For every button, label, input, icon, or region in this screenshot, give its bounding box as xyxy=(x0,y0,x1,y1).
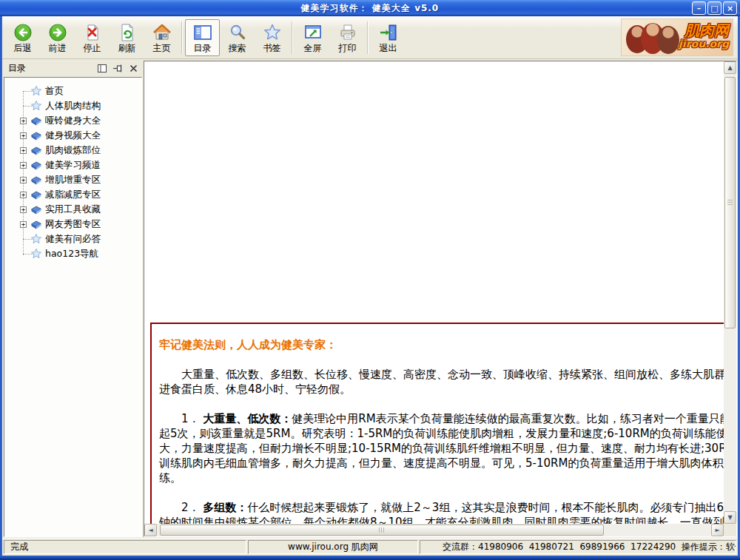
sidebar-item-muscle-parts[interactable]: + 肌肉锻炼部位 xyxy=(7,143,140,158)
expand-icon[interactable]: + xyxy=(20,177,27,183)
sidebar-header: 目录 xyxy=(4,61,142,76)
logo-site-name: 肌肉网 xyxy=(679,22,729,38)
horizontal-scrollbar[interactable]: ◄ ► xyxy=(144,524,724,536)
status-text: 完成 xyxy=(4,540,246,554)
article-paragraph-1: 1． 大重量、低次数：健美理论中用RM表示某个负荷量能连续做的最高重复次数。比如… xyxy=(159,411,724,485)
split-window-icon[interactable] xyxy=(98,64,107,72)
stop-icon xyxy=(83,23,102,42)
sidebar-item-learn-channel[interactable]: + 健美学习频道 xyxy=(7,158,140,172)
scrollbar-corner xyxy=(724,524,736,536)
expand-icon[interactable]: + xyxy=(20,162,27,169)
article-box: 牢记健美法则，人人成为健美专家： 大重量、低次数、多组数、长位移、慢速度、高密度… xyxy=(150,323,724,524)
book-icon xyxy=(30,159,42,173)
expand-icon[interactable]: + xyxy=(20,221,27,228)
expand-icon[interactable]: + xyxy=(20,147,27,154)
exit-button[interactable]: 退出 xyxy=(371,19,406,56)
article-heading: 牢记健美法则，人人成为健美专家： xyxy=(159,337,724,352)
back-icon xyxy=(13,23,33,42)
star-icon xyxy=(30,248,42,262)
document: 牢记健美法则，人人成为健美专家： 大重量、低次数、多组数、长位移、慢速度、高密度… xyxy=(144,61,724,524)
maximize-button[interactable]: □ xyxy=(707,1,722,15)
home-button[interactable]: 主页 xyxy=(144,19,179,56)
sidebar-item-videos[interactable]: + 健身视频大全 xyxy=(7,128,140,143)
toc-tree: 首页 人体肌肉结构 + 哑铃健身大全 + xyxy=(4,77,142,537)
book-icon xyxy=(30,144,42,158)
toolbar-separator xyxy=(367,21,369,54)
vertical-scrollbar[interactable]: ▲ ▼ xyxy=(724,61,736,524)
article-paragraph-2: 2． 多组数：什么时候想起来要锻炼了，就做上2～3组，这其实是浪费时间，根本不能… xyxy=(159,500,724,524)
sidebar-item-user-photos[interactable]: + 网友秀图专区 xyxy=(7,217,140,232)
scroll-left-icon[interactable]: ◄ xyxy=(144,524,157,536)
expand-icon[interactable]: + xyxy=(20,206,27,213)
book-icon xyxy=(30,174,42,188)
sidebar-item-gain-mass[interactable]: + 增肌增重专区 xyxy=(7,172,140,187)
app-window: 健美学习软件： 健美大全 v5.0 – □ × 后退 前进 停止 xyxy=(0,0,740,560)
sidebar: 目录 首页 xyxy=(4,61,142,537)
main-area: 目录 首页 xyxy=(2,59,738,538)
site-logo-banner[interactable]: 肌肉网 jirou.org xyxy=(621,18,733,56)
forward-icon xyxy=(48,23,67,42)
sidebar-title: 目录 xyxy=(8,62,98,75)
sidebar-item-fat-loss[interactable]: + 减脂减肥专区 xyxy=(7,187,140,202)
toc-button[interactable]: 目录 xyxy=(185,19,220,56)
scroll-down-icon[interactable]: ▼ xyxy=(724,511,736,524)
content-panel: 牢记健美法则，人人成为健美专家： 大重量、低次数、多组数、长位移、慢速度、高密度… xyxy=(144,61,737,537)
toc-icon xyxy=(193,23,212,42)
vertical-scrollbar-thumb[interactable] xyxy=(724,77,736,328)
fullscreen-button[interactable]: 全屏 xyxy=(295,19,330,56)
pin-icon[interactable] xyxy=(113,64,123,72)
close-button[interactable]: × xyxy=(723,1,737,15)
document-viewport[interactable]: 牢记健美法则，人人成为健美专家： 大重量、低次数、多组数、长位移、慢速度、高密度… xyxy=(144,61,724,524)
star-icon xyxy=(30,85,42,99)
scroll-right-icon[interactable]: ► xyxy=(711,524,724,536)
book-icon xyxy=(30,218,42,232)
horizontal-scrollbar-thumb[interactable] xyxy=(160,524,604,536)
home-icon xyxy=(152,23,172,42)
expand-icon[interactable]: + xyxy=(20,118,27,124)
toolbar: 后退 前进 停止 刷新 主页 xyxy=(2,16,738,59)
expand-icon[interactable]: + xyxy=(20,192,27,198)
exit-icon xyxy=(379,23,398,42)
window-title: 健美学习软件： 健美大全 v5.0 xyxy=(301,2,439,15)
search-button[interactable]: 搜索 xyxy=(220,19,255,56)
sidebar-item-tools[interactable]: + 实用工具收藏 xyxy=(7,202,140,217)
bookmark-icon xyxy=(263,23,282,42)
book-icon xyxy=(30,129,42,144)
bookmark-button[interactable]: 书签 xyxy=(255,19,289,56)
logo-figure-art xyxy=(657,26,679,54)
logo-site-url: jirou.org xyxy=(679,38,729,50)
book-icon xyxy=(30,203,42,217)
book-icon xyxy=(30,189,42,203)
refresh-icon xyxy=(118,23,137,42)
status-site: www.jirou.org 肌肉网 xyxy=(248,540,418,554)
sidebar-item-anatomy[interactable]: 人体肌肉结构 xyxy=(7,98,140,113)
sidebar-item-qa[interactable]: 健美有问必答 xyxy=(7,232,140,246)
search-icon xyxy=(228,23,247,42)
window-border-bottom xyxy=(0,556,740,560)
fullscreen-icon xyxy=(303,23,323,42)
scroll-up-icon[interactable]: ▲ xyxy=(724,61,736,74)
minimize-button[interactable]: – xyxy=(692,1,706,15)
sidebar-item-dumbbell[interactable]: + 哑铃健身大全 xyxy=(7,113,140,128)
forward-button[interactable]: 前进 xyxy=(40,19,75,56)
close-panel-icon[interactable] xyxy=(130,64,138,72)
sidebar-item-home[interactable]: 首页 xyxy=(7,84,140,98)
star-icon xyxy=(30,100,42,114)
print-button[interactable]: 打印 xyxy=(330,19,365,56)
star-icon xyxy=(30,233,42,247)
article-intro: 大重量、低次数、多组数、长位移、慢速度、高密度、念动一致、顶峰收缩、持续紧张、组… xyxy=(159,367,724,397)
back-button[interactable]: 后退 xyxy=(5,19,40,56)
title-bar[interactable]: 健美学习软件： 健美大全 v5.0 – □ × xyxy=(0,0,740,16)
sidebar-item-hao123[interactable]: hao123导航 xyxy=(7,246,140,261)
window-border-left xyxy=(0,16,2,560)
expand-icon[interactable]: + xyxy=(20,132,27,139)
status-tip: 交流群：41980906 41980721 69891966 17224290 … xyxy=(420,540,736,554)
book-icon xyxy=(30,115,42,129)
toolbar-separator xyxy=(181,21,183,54)
refresh-button[interactable]: 刷新 xyxy=(110,19,144,56)
status-bar: 完成 www.jirou.org 肌肉网 交流群：41980906 419807… xyxy=(2,538,738,556)
toolbar-separator xyxy=(292,21,293,54)
print-icon xyxy=(338,23,357,42)
stop-button[interactable]: 停止 xyxy=(75,19,110,56)
